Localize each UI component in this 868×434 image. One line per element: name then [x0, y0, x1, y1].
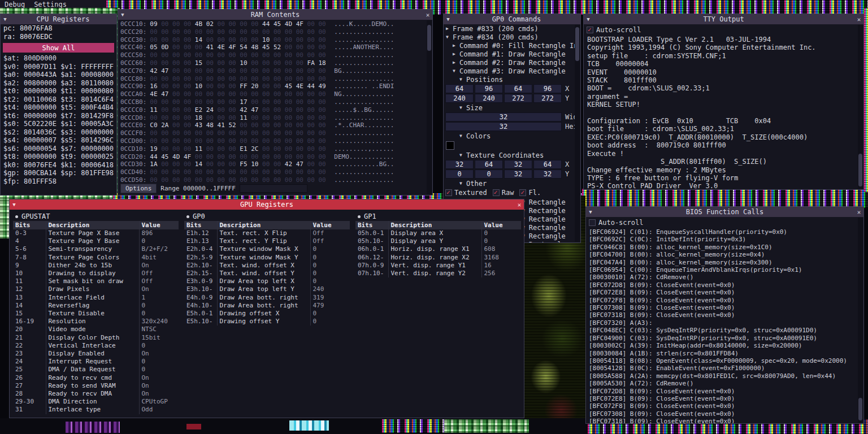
ram-row[interactable]: 0CCC80:00 00 00 00 00 00 00 00 00 00 00 … [120, 75, 430, 83]
ram-row[interactable]: 0CCC50:00 00 00 00 00 00 00 00 00 00 00 … [120, 51, 430, 59]
ram-row[interactable]: 0CCC60:00 00 00 00 15 00 00 00 10 00 00 … [120, 59, 430, 67]
value-cell[interactable]: 32 [445, 160, 474, 169]
ram-row[interactable]: 0CCC40:05 0D 00 00 00 41 4E 4F 54 48 45 … [120, 44, 430, 51]
ram-row[interactable]: 0CCCA0:4E 47 00 00 00 00 00 00 00 00 00 … [120, 90, 430, 98]
ram-row[interactable]: 0CCD30:1A 00 00 00 14 00 00 00 F5 10 00 … [120, 160, 430, 168]
section-positions[interactable]: ▼ Positions [444, 75, 580, 84]
flag-checkbox[interactable] [445, 189, 452, 196]
table-row: 28Ready to recv DMAOn [13, 390, 179, 398]
flag-checkbox[interactable] [519, 189, 526, 196]
ram-scrollbar[interactable] [427, 20, 432, 194]
tty-scrollbar[interactable] [858, 25, 863, 189]
autoscroll-checkbox[interactable] [587, 27, 593, 33]
section-size[interactable]: ▼ Size [444, 103, 580, 112]
value-cell[interactable]: 64 [504, 84, 532, 93]
collapse-arrow-icon[interactable]: ▼ [584, 16, 593, 22]
value-cell[interactable]: 32 [504, 170, 532, 179]
cpu-registers-titlebar[interactable]: ▼ CPU Registers [1, 14, 116, 24]
ram-row[interactable]: 0CCC70:42 47 00 00 00 00 00 00 00 00 00 … [120, 67, 430, 75]
value-cell[interactable]: 96 [475, 84, 503, 93]
value-cell[interactable]: 272 [533, 94, 562, 103]
ram-row[interactable]: 0CCD50:00 00 00 00 00 00 00 00 00 00 00 … [120, 176, 430, 184]
ram-contents-titlebar[interactable]: ▼ RAM Contents ✕ [118, 10, 432, 20]
bios-calls-titlebar[interactable]: ▼ BIOS Function Calls ✕ [586, 207, 863, 217]
scrollbar-thumb[interactable] [427, 25, 431, 51]
gp0-command-row[interactable]: ▶Command #1: Draw Rectangle [444, 50, 580, 58]
chevron-right-icon[interactable]: ▶ [446, 26, 453, 31]
scrollbar-thumb[interactable] [858, 154, 862, 186]
section-texture-coordinates[interactable]: ▼ Texture Coordinates [444, 151, 580, 159]
collapse-arrow-icon[interactable]: ▼ [444, 16, 453, 22]
chevron-down-icon[interactable]: ▼ [459, 181, 466, 186]
close-icon[interactable]: ✕ [515, 201, 524, 209]
value-cell[interactable]: 64 [475, 160, 503, 169]
value-cell[interactable]: 0 [445, 170, 474, 179]
value-cell[interactable]: 32 [533, 170, 562, 179]
tty-output-titlebar[interactable]: ▼ TTY Output ✕ [584, 14, 863, 24]
menu-item-debug[interactable]: Debug [0, 1, 29, 8]
collapse-arrow-icon[interactable]: ▼ [586, 209, 595, 215]
chevron-down-icon[interactable]: ▼ [459, 105, 466, 110]
value-cell[interactable]: 96 [533, 84, 562, 93]
autoscroll-checkbox[interactable] [589, 219, 596, 226]
chevron-right-icon[interactable]: ▶ [453, 43, 459, 48]
section-colors[interactable]: ▼ Colors [444, 132, 580, 140]
value-cell[interactable]: 240 [475, 94, 503, 103]
chevron-down-icon[interactable]: ▼ [446, 34, 453, 40]
tty-line: boot file : cdrom:\SLUS_002.33;1 [584, 125, 863, 133]
ram-row[interactable]: 0CCD00:00 00 00 00 00 00 00 00 00 00 00 … [120, 137, 430, 145]
ram-row[interactable]: 0CCCD0:00 00 00 00 18 00 00 00 11 00 00 … [120, 114, 430, 122]
value-cell[interactable]: 0 [475, 170, 503, 179]
flag-checkbox[interactable] [493, 189, 500, 196]
chevron-right-icon[interactable]: ▶ [453, 51, 459, 57]
close-icon[interactable]: ✕ [423, 11, 432, 19]
ram-row[interactable]: 0CCD10:19 00 00 00 11 00 00 00 E1 2C 00 … [120, 145, 430, 153]
ram-row[interactable]: 0CCC30:00 00 00 00 14 00 00 00 00 00 10 … [120, 36, 430, 44]
ram-row[interactable]: 0CCD40:00 00 00 00 00 00 00 00 00 00 00 … [120, 168, 430, 176]
ram-row[interactable]: 0CCCE0:C0 2A 00 00 43 48 41 52 00 00 00 … [120, 121, 430, 129]
collapse-arrow-icon[interactable]: ▼ [118, 12, 127, 18]
close-icon[interactable]: ✕ [854, 209, 863, 216]
frame-node-closed[interactable]: ▶ Frame #833 (200 cmds) [444, 24, 580, 33]
gp0-command-row[interactable]: ▶Command #2: Draw Rectangle [444, 58, 580, 67]
value-cell[interactable]: 32 [445, 122, 562, 131]
close-icon[interactable]: ✕ [854, 16, 863, 23]
ram-row[interactable]: 0CCC20:00 00 00 00 00 00 00 00 00 00 00 … [120, 28, 430, 36]
chevron-down-icon[interactable]: ▼ [459, 77, 466, 82]
value-cell[interactable]: 32 [504, 160, 532, 169]
chevron-right-icon[interactable]: ▶ [453, 60, 459, 65]
cpu-register-list: $at: 800D0000$v0: 00007D11 $v1: FFFFFFFF… [1, 54, 116, 185]
show-all-button[interactable]: Show All [3, 43, 114, 53]
scrollbar-thumb[interactable] [858, 398, 862, 420]
ram-row[interactable]: 0CCD20:44 45 4D 4F 00 00 00 00 00 00 00 … [120, 153, 430, 161]
command-node-open[interactable]: ▼ Command #3: Draw Rectangle [444, 67, 580, 75]
ram-row[interactable]: 0CCC90:16 00 00 00 10 00 00 00 FF 20 00 … [120, 83, 430, 90]
value-cell[interactable]: 240 [445, 94, 474, 103]
chevron-down-icon[interactable]: ▼ [459, 133, 466, 138]
color-swatch[interactable] [446, 141, 454, 150]
ram-row[interactable]: 0CCCC0:11 00 00 00 E2 24 00 00 42 47 00 … [120, 106, 430, 114]
gp0-commands-titlebar[interactable]: ▼ GP0 Commands [444, 14, 580, 24]
options-button[interactable]: Options [120, 184, 157, 193]
ram-row[interactable]: 0CCC10:09 00 00 00 4B 02 00 00 00 00 44 … [120, 20, 430, 28]
collapse-arrow-icon[interactable]: ▼ [1, 16, 10, 22]
value-cell[interactable]: 272 [504, 94, 532, 103]
collapse-arrow-icon[interactable]: ▼ [10, 202, 19, 207]
chevron-down-icon[interactable]: ▼ [453, 68, 459, 73]
register-line: $t4: 08000000 $t5: 800F44B4 [1, 103, 116, 112]
ram-row[interactable]: 0CCCB0:00 00 00 00 00 00 00 00 17 00 00 … [120, 98, 430, 106]
gp0-command-row[interactable]: ▶Command #0: Fill Rectangle In VRAM [444, 41, 580, 50]
scrollbar-thumb[interactable] [575, 27, 579, 61]
chevron-down-icon[interactable]: ▼ [459, 153, 466, 158]
section-other[interactable]: ▼ Other [444, 179, 580, 188]
gp0-scrollbar[interactable] [575, 25, 580, 242]
bios-scrollbar[interactable] [858, 218, 863, 423]
value-cell[interactable]: 32 [445, 112, 562, 121]
range-input[interactable] [240, 184, 307, 193]
menu-item-settings[interactable]: Settings [29, 1, 71, 8]
value-cell[interactable]: 64 [533, 160, 562, 169]
ram-row[interactable]: 0CCCF0:00 00 00 00 00 00 00 00 00 00 00 … [120, 129, 430, 137]
value-cell[interactable]: 64 [445, 84, 474, 93]
frame-node-open[interactable]: ▼ Frame #834 (200 cmds) [444, 33, 580, 41]
gpu-registers-titlebar[interactable]: ▼ GPU Registers ✕ [10, 199, 524, 210]
